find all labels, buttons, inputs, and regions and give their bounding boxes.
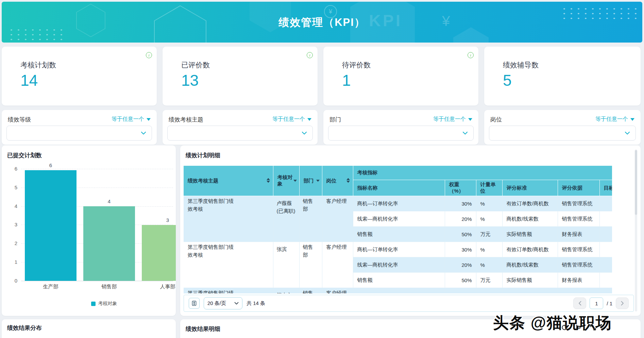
column-header-target[interactable]: 考核对象 <box>273 166 299 196</box>
y-axis-tick: 6 <box>6 166 17 172</box>
column-header-subject[interactable]: 绩效考核主题 <box>184 166 273 196</box>
stat-label: 已评价数 <box>181 60 210 70</box>
scrollbar-thumb[interactable] <box>635 150 637 215</box>
x-axis-label: 销售部 <box>99 284 119 290</box>
filter-select-subject[interactable] <box>167 126 313 141</box>
filter-select-post[interactable] <box>489 126 636 141</box>
cell-standard: 实际销售额 <box>502 273 558 288</box>
column-header-post[interactable]: 岗位 <box>322 166 353 196</box>
cell-goal <box>599 196 612 211</box>
sort-icon[interactable] <box>346 178 350 183</box>
x-axis-label: 生产部 <box>40 284 61 290</box>
filter-operator-link[interactable]: 等于任意一个 <box>272 116 311 123</box>
cell-unit: % <box>476 242 502 257</box>
row-height-button[interactable] <box>189 298 200 309</box>
filter-card-post: 岗位 等于任意一个 <box>484 110 641 145</box>
cell-basis: 销售管理系统 <box>558 196 599 211</box>
prev-page-button[interactable] <box>573 297 586 309</box>
cell-weight: 50% <box>445 227 476 242</box>
cell-unit: 万元 <box>476 227 502 242</box>
filter-label: 绩效等级 <box>8 116 31 124</box>
cell-basis: 销售管理系统 <box>558 242 599 257</box>
next-page-button[interactable] <box>616 297 629 309</box>
cell-unit: % <box>476 196 502 211</box>
filter-dropdown-icon[interactable] <box>316 180 320 182</box>
cell-basis: 销售管理系统 <box>558 288 599 294</box>
cell-basis: 销售管理系统 <box>558 211 599 227</box>
cell-basis: 财务报表 <box>558 227 599 242</box>
cell-target: 简小文 <box>273 288 299 294</box>
column-header-standard[interactable]: 评分标准 <box>502 180 558 196</box>
fullscreen-icon[interactable] <box>590 324 596 331</box>
cell-weight: 30% <box>445 288 476 294</box>
chevron-down-icon <box>141 131 146 135</box>
info-icon[interactable]: i <box>468 52 474 58</box>
legend-label: 考核对象 <box>98 301 117 307</box>
filter-card-subject: 绩效考核主题 等于任意一个 <box>163 110 318 145</box>
info-icon[interactable]: i <box>307 52 313 58</box>
column-header-basis[interactable]: 评分依据 <box>558 180 599 196</box>
column-header-department[interactable]: 部门 <box>299 166 322 196</box>
refresh-icon[interactable] <box>561 324 568 331</box>
submitted-plans-chart-panel: 已提交计划数 6 5 4 3 2 1 0 6 4 3 生产部 销售部 人事部 考… <box>2 145 176 316</box>
stat-card-pending-count: i 待评价数 1 <box>323 47 478 106</box>
total-count: 共 14 条 <box>247 300 265 307</box>
cell-subject: 第三季度销售部门绩效考核 <box>184 288 273 294</box>
cell-standard: 商机数/线索数 <box>502 257 558 273</box>
cell-subject: 第三季度销售部门绩效考核 <box>184 196 273 242</box>
chevron-down-icon <box>462 131 468 135</box>
cell-weight: 20% <box>445 257 476 273</box>
page-size-select[interactable]: 20 条/页 <box>204 297 242 309</box>
filter-select-grade[interactable] <box>6 126 152 141</box>
chevron-down-icon <box>630 118 634 121</box>
bar-value-label: 3 <box>161 217 174 223</box>
cell-unit: 万元 <box>476 273 502 288</box>
filter-label: 部门 <box>329 116 341 124</box>
stat-value: 14 <box>20 71 38 90</box>
y-axis-tick: 5 <box>6 185 17 190</box>
chart-legend[interactable]: 考核对象 <box>2 301 176 307</box>
table-row[interactable]: 第三季度销售部门绩效考核 卢薇薇(已离职) 销售部 客户经理 商机—订单转化率 … <box>184 196 612 211</box>
page-number-input[interactable]: 1 <box>590 297 603 309</box>
bar-sales <box>83 206 135 281</box>
chevron-down-icon <box>307 118 311 121</box>
cell-indicator: 线索—商机转化率 <box>353 211 445 227</box>
cell-standard: 有效订单数/商机数 <box>502 196 558 211</box>
x-axis-line <box>21 281 173 281</box>
filter-operator-link[interactable]: 等于任意一个 <box>112 116 151 123</box>
panel-title: 绩效结果分布 <box>7 324 42 332</box>
sort-icon[interactable] <box>267 178 270 183</box>
y-axis-tick: 2 <box>6 241 17 246</box>
info-icon[interactable]: i <box>146 52 152 58</box>
stat-card-plan-count: i 考核计划数 14 <box>2 47 157 106</box>
chevron-right-icon <box>621 301 624 306</box>
filter-operator-link[interactable]: 等于任意一个 <box>595 116 634 123</box>
chevron-left-icon <box>578 301 581 306</box>
column-header-indicator[interactable]: 指标名称 <box>353 180 445 196</box>
cell-unit: % <box>476 211 502 227</box>
column-group-header-indicators: 考核指标 <box>353 166 612 180</box>
cell-department: 销售部 <box>299 242 322 288</box>
chevron-down-icon <box>468 118 472 121</box>
cell-goal <box>599 211 612 227</box>
legend-marker <box>91 302 96 306</box>
cell-department: 销售部 <box>299 288 322 294</box>
list-icon[interactable] <box>575 324 582 331</box>
column-header-goal[interactable]: 目标值 <box>599 180 612 196</box>
cell-indicator: 商机—订单转化率 <box>353 196 445 211</box>
cell-weight: 30% <box>445 242 476 257</box>
bar-chart: 6 5 4 3 2 1 0 6 4 3 生产部 销售部 人事部 考核对象 <box>2 145 176 316</box>
table-title: 绩效计划明细 <box>186 151 220 159</box>
table-row[interactable]: 第三季度销售部门绩效考核 简小文 销售部 客户经理 商机—订单转化率 30% %… <box>184 288 612 294</box>
cell-indicator: 商机—订单转化率 <box>353 288 445 294</box>
cell-weight: 30% <box>445 196 476 211</box>
table-row[interactable]: 第三季度销售部门绩效考核 张滨 销售部 客户经理 商机—订单转化率 30% % … <box>184 242 612 257</box>
filter-select-department[interactable] <box>328 126 474 141</box>
vertical-scrollbar[interactable] <box>635 149 637 311</box>
column-header-unit[interactable]: 计量单位 <box>476 180 502 196</box>
filter-dropdown-icon[interactable] <box>293 180 297 182</box>
column-header-weight[interactable]: 权重（%） <box>445 180 476 196</box>
filter-operator-link[interactable]: 等于任意一个 <box>433 116 472 123</box>
page-title: 绩效管理（KPI） <box>2 15 642 30</box>
cell-basis: 销售管理系统 <box>558 257 599 273</box>
